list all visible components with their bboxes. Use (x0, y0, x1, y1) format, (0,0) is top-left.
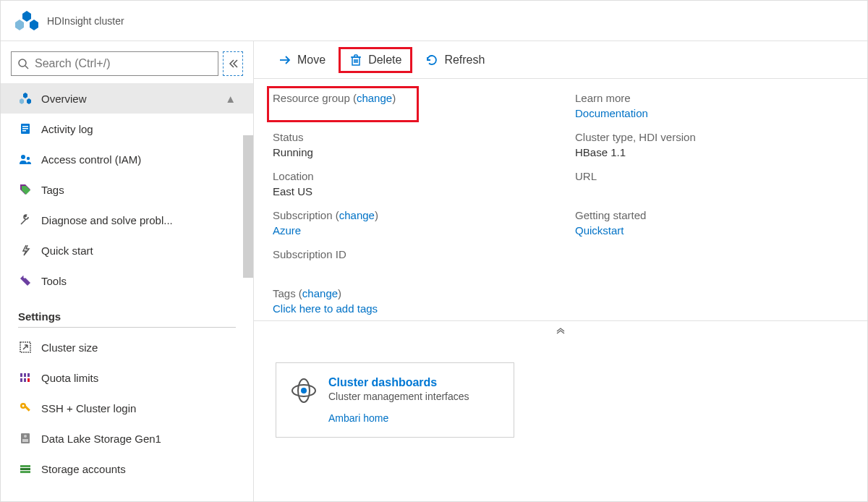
trash-icon (349, 54, 362, 67)
svg-point-13 (27, 157, 30, 160)
prop-cluster-type: Cluster type, HDI version HBase 1.1 (575, 131, 848, 158)
main-pane: Move Delete Refresh Resource group (chan… (254, 41, 867, 502)
svg-line-4 (25, 66, 28, 69)
svg-rect-15 (20, 373, 22, 377)
card-subtitle: Cluster management interfaces (328, 391, 469, 402)
prop-label-text: Tags (273, 287, 296, 299)
sidebar-item-access-control[interactable]: Access control (IAM) (1, 144, 253, 174)
svg-marker-6 (20, 98, 24, 104)
sidebar-item-quick-start[interactable]: Quick start (1, 235, 253, 265)
subscription-link[interactable]: Azure (273, 224, 546, 237)
properties-grid: Resource group (change) Learn more Docum… (254, 79, 867, 320)
prop-location: Location East US (273, 170, 546, 197)
svg-marker-2 (30, 20, 38, 30)
sidebar-item-ssh-login[interactable]: SSH + Cluster login (1, 393, 253, 423)
tag-icon (18, 182, 33, 197)
sidebar-item-tools[interactable]: Tools (1, 265, 253, 296)
prop-label-text: Subscription ID (273, 248, 546, 260)
quickstart-link[interactable]: Quickstart (575, 224, 848, 237)
sidebar-item-diagnose[interactable]: Diagnose and solve probl... (1, 205, 253, 235)
prop-value: Running (273, 146, 546, 158)
dashboard-icon (289, 376, 318, 405)
delete-button[interactable]: Delete (339, 47, 412, 73)
ambari-home-link[interactable]: Ambari home (328, 412, 388, 424)
svg-point-3 (19, 59, 26, 67)
people-icon (18, 152, 33, 166)
prop-subscription: Subscription (change) Azure (273, 209, 546, 237)
wrench-icon (18, 213, 33, 227)
scrollbar-thumb[interactable] (243, 135, 253, 278)
tags-add-link[interactable]: Click here to add tags (273, 302, 848, 315)
svg-rect-23 (25, 406, 30, 412)
collapse-props-button[interactable] (254, 320, 867, 341)
tags-change-link[interactable]: change (302, 287, 338, 299)
cluster-icon (18, 91, 33, 106)
prop-label-text: Status (273, 131, 546, 143)
subscription-change-link[interactable]: change (339, 209, 375, 221)
sidebar-item-label: Quota limits (41, 372, 98, 384)
search-input[interactable] (35, 57, 212, 70)
sidebar-item-overview[interactable]: Overview ▲ (1, 83, 253, 114)
svg-rect-17 (27, 373, 30, 377)
toolbar: Move Delete Refresh (254, 41, 867, 79)
svg-rect-16 (24, 373, 26, 377)
nav-scroll[interactable]: Overview ▲ Activity log Access control (… (1, 83, 253, 502)
header: HDInsight cluster (1, 1, 867, 41)
chevron-up-icon: ▲ (225, 93, 236, 105)
sidebar-item-cluster-size[interactable]: Cluster size (1, 332, 253, 362)
refresh-icon (425, 54, 438, 67)
sidebar-item-label: Tools (41, 275, 67, 287)
arrow-right-icon (278, 54, 292, 67)
sidebar-item-label: Activity log (41, 123, 93, 135)
svg-rect-9 (22, 126, 28, 127)
prop-label-text: Resource group (273, 92, 350, 104)
sidebar-item-storage-accounts[interactable]: Storage accounts (1, 454, 253, 484)
svg-point-41 (301, 388, 307, 393)
refresh-button[interactable]: Refresh (417, 47, 493, 73)
prop-label-text: URL (575, 170, 848, 182)
sidebar-item-label: Quick start (41, 244, 93, 257)
sidebar-item-activity-log[interactable]: Activity log (1, 114, 253, 144)
documentation-link[interactable]: Documentation (575, 107, 848, 119)
sidebar: Overview ▲ Activity log Access control (… (1, 41, 254, 502)
sidebar-item-label: Cluster size (41, 341, 98, 354)
tools-icon (18, 273, 33, 288)
sidebar-item-tags[interactable]: Tags (1, 174, 253, 205)
search-icon (17, 58, 29, 69)
search-box[interactable] (11, 51, 218, 76)
svg-rect-18 (20, 378, 22, 382)
quickstart-icon (18, 243, 33, 258)
button-label: Delete (368, 54, 401, 67)
sidebar-item-label: Tags (41, 184, 64, 196)
resource-group-change-link[interactable]: change (357, 92, 392, 104)
prop-label-text: Getting started (575, 209, 848, 221)
svg-point-12 (21, 155, 25, 159)
prop-subscription-id: Subscription ID (273, 248, 546, 276)
button-label: Refresh (444, 54, 485, 67)
sidebar-item-data-lake[interactable]: Data Lake Storage Gen1 (1, 423, 253, 454)
prop-tags: Tags (change) Click here to add tags (273, 287, 848, 315)
datalake-icon (18, 431, 33, 446)
quota-icon (18, 370, 33, 385)
collapse-sidebar-button[interactable] (223, 51, 243, 76)
sidebar-item-quota-limits[interactable]: Quota limits (1, 362, 253, 393)
prop-value: HBase 1.1 (575, 146, 848, 158)
prop-status: Status Running (273, 131, 546, 158)
prop-value (575, 185, 848, 197)
cluster-dashboards-card[interactable]: Cluster dashboards Cluster management in… (276, 362, 514, 438)
svg-point-22 (22, 405, 25, 407)
prop-label-text: Learn more (575, 92, 848, 104)
svg-rect-11 (22, 130, 26, 132)
svg-rect-29 (20, 471, 30, 473)
hdinsight-logo-icon (15, 9, 38, 33)
svg-marker-1 (15, 20, 24, 30)
button-label: Move (297, 54, 326, 67)
sidebar-item-label: Data Lake Storage Gen1 (41, 433, 161, 445)
sidebar-item-label: Diagnose and solve probl... (41, 214, 173, 226)
svg-marker-7 (27, 98, 31, 104)
move-button[interactable]: Move (270, 47, 334, 73)
svg-rect-26 (22, 439, 28, 442)
prop-resource-group: Resource group (change) (273, 92, 546, 119)
sidebar-item-label: SSH + Cluster login (41, 402, 136, 414)
prop-label-text: Subscription (273, 209, 333, 221)
